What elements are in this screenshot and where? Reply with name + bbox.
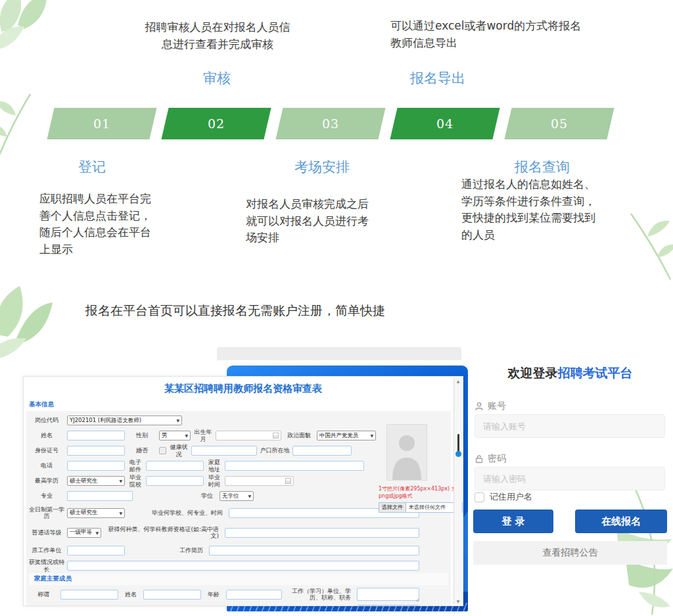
field-label: 毕业时间 [206, 474, 222, 488]
select-value: 男 [162, 432, 168, 440]
name-input[interactable] [67, 431, 125, 440]
remember-checkbox[interactable] [475, 492, 484, 502]
step2-description: 招聘审核人员在对报名人员信息进行查看并完成审核 [141, 18, 294, 53]
calendar-icon [285, 478, 291, 484]
login-panel: 欢迎登录招聘考试平台 账号 密码 记住用户名 登 录 在线报名 查看招聘公告 [473, 358, 667, 575]
step5-description: 通过报名人的信息如姓名、学历等条件进行条件查询，更快捷的找到某位需要找到的人员 [461, 176, 605, 243]
view-announcement-link[interactable]: 查看招聘公告 [473, 541, 667, 565]
form-row: 原工作单位 工作简历 [29, 543, 448, 558]
family-title-input[interactable] [60, 590, 118, 600]
highest-education-select[interactable]: 硕士研究生▼ [67, 476, 125, 486]
family-age-input[interactable] [226, 590, 282, 600]
fulltime-education-select[interactable]: 硕士研究生▼ [67, 508, 125, 518]
political-status-select[interactable]: 中国共产党党员▼ [317, 431, 376, 440]
major-input[interactable] [67, 491, 133, 501]
select-value: YJ202101 (利民路语文教师) [70, 417, 141, 425]
field-label: 全日制第一学历 [29, 506, 64, 520]
file-status-text: 未选择任何文件 [406, 504, 446, 511]
id-number-input[interactable] [67, 446, 125, 456]
photo-requirement-note: 1寸照片(像素295px×413px) 支持png或jpg格式 [379, 486, 463, 500]
fern-decoration [624, 210, 673, 283]
certificate-input[interactable] [225, 528, 419, 538]
step2-title: 审核 [166, 69, 268, 87]
chevron-down-icon: ▼ [248, 494, 251, 498]
field-label: 家庭地址 [206, 459, 222, 473]
field-label: 获奖情况或特长 [29, 559, 64, 573]
chevron-down-icon: ▼ [185, 433, 188, 438]
field-label: 称谓 [29, 591, 58, 598]
step4-title: 报名导出 [386, 69, 489, 87]
step-number: 05 [551, 116, 568, 131]
scroll-up-icon[interactable]: ▲ [454, 379, 462, 383]
married-checkbox[interactable] [159, 447, 166, 454]
work-resume-input[interactable] [209, 546, 419, 556]
field-label: 岗位代码 [29, 417, 64, 423]
chevron-down-icon: ▼ [176, 418, 179, 423]
field-label: 姓名 [121, 591, 141, 598]
form-row: 岗位代码 YJ202101 (利民路语文教师)▼ [29, 413, 377, 428]
family-name-input[interactable] [143, 590, 201, 600]
user-icon [475, 402, 484, 411]
account-input[interactable] [475, 414, 665, 438]
family-work-textarea[interactable] [357, 588, 419, 601]
step-number: 01 [93, 116, 110, 131]
field-label: 毕业何学校、何专业、时间 [128, 509, 226, 516]
field-label: 工作简历 [128, 547, 206, 554]
gender-select[interactable]: 男▼ [159, 431, 191, 440]
chevron-down-icon: ▼ [370, 433, 373, 438]
photo-placeholder [386, 424, 427, 481]
health-input[interactable] [191, 446, 257, 456]
password-label: 密码 [475, 453, 506, 465]
field-label: 出生年月 [193, 429, 213, 442]
step5-title: 报名查询 [491, 158, 593, 176]
account-label-text: 账号 [488, 400, 506, 412]
mandarin-level-select[interactable]: 一级甲等▼ [67, 528, 101, 538]
scroll-down-icon[interactable]: ▼ [454, 599, 462, 604]
field-label: 专业 [29, 492, 64, 499]
step-02: 02 [161, 108, 271, 139]
signup-heading: 报名在平台首页可以直接报名无需账户注册，简单快捷 [85, 302, 385, 320]
select-value: 硕士研究生 [70, 509, 98, 517]
file-upload-control[interactable]: 选择文件 未选择任何文件 [379, 502, 463, 513]
job-code-select[interactable]: YJ202101 (利民路语文教师)▼ [67, 415, 182, 425]
leaf-decoration [0, 276, 59, 362]
birth-date-input[interactable] [216, 431, 281, 440]
login-button[interactable]: 登 录 [473, 509, 553, 533]
field-label: 婚否 [128, 447, 156, 454]
household-input[interactable] [292, 446, 352, 456]
chevron-down-icon: ▼ [119, 511, 122, 515]
password-input[interactable] [475, 467, 665, 490]
choose-file-button[interactable]: 选择文件 [379, 503, 406, 512]
field-label: 原工作单位 [29, 547, 64, 554]
form-row: 普通话等级 一级甲等▼ 获得何种类、何学科教师资格证(如:高中语文) [29, 522, 448, 543]
address-input[interactable] [225, 461, 364, 471]
remember-username-option[interactable]: 记住用户名 [475, 491, 532, 503]
step1-title: 登记 [41, 158, 143, 176]
field-label: 户口所在地 [260, 447, 290, 454]
phone-input[interactable] [67, 461, 125, 471]
email-input[interactable] [146, 461, 204, 471]
step-number: 02 [208, 116, 225, 131]
field-label: 身份证号 [29, 447, 64, 454]
select-value: 中国共产党党员 [319, 432, 359, 440]
lock-icon [475, 454, 484, 463]
field-label: 毕业院校 [128, 474, 143, 488]
online-register-button[interactable]: 在线报名 [575, 509, 667, 533]
graduate-school-input[interactable] [146, 476, 204, 486]
awards-input[interactable] [67, 561, 419, 571]
account-label: 账号 [475, 400, 506, 412]
form-row: 获奖情况或特长 [29, 558, 448, 573]
field-label: 年龄 [204, 591, 223, 598]
degree-select[interactable]: 无学位▼ [220, 491, 254, 501]
field-label: 学位 [197, 492, 217, 499]
form-scrollbar[interactable]: ▲ ▼ [453, 377, 462, 605]
form-row: 电话 电子邮件 家庭地址 [29, 458, 377, 473]
chevron-down-icon: ▼ [119, 479, 122, 483]
field-label: 政治面貌 [284, 432, 314, 438]
graduate-time-input[interactable] [225, 476, 294, 486]
previous-employer-input[interactable] [67, 546, 125, 556]
field-label: 电子邮件 [128, 459, 143, 473]
person-silhouette-icon [388, 427, 425, 480]
field-label: 最高学历 [29, 477, 64, 484]
family-work-textarea[interactable] [357, 605, 419, 607]
